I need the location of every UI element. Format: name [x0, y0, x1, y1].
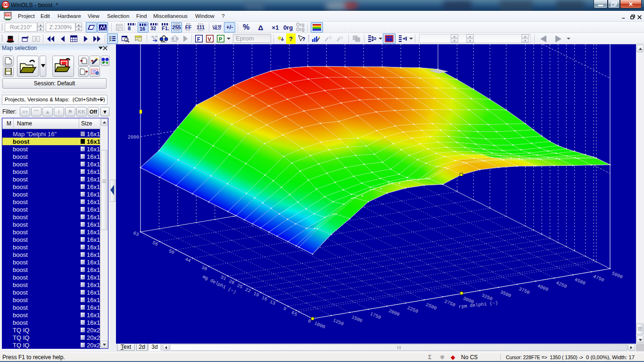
svg-text:1250: 1250 — [332, 318, 344, 327]
svg-text:?: ? — [302, 36, 305, 42]
svg-text:50: 50 — [168, 248, 175, 255]
svg-text:5000: 5000 — [611, 271, 623, 280]
svg-text:28: 28 — [228, 279, 235, 286]
svg-text:1000: 1000 — [314, 321, 326, 330]
svg-text:F: F — [197, 36, 200, 42]
svg-text:31: 31 — [220, 275, 227, 282]
svg-text:3250: 3250 — [481, 293, 493, 302]
svg-text:IOI: IOI — [6, 14, 9, 16]
svg-text:4000: 4000 — [537, 283, 549, 292]
svg-text:V: V — [208, 36, 212, 42]
svg-text:P: P — [219, 36, 222, 42]
svg-text:9: 9 — [282, 306, 287, 312]
svg-text:16: 16 — [261, 295, 268, 302]
svg-text:3750: 3750 — [518, 287, 530, 296]
svg-text:4500: 4500 — [574, 277, 586, 286]
svg-text:3500: 3500 — [499, 289, 512, 298]
svg-text:1750: 1750 — [369, 312, 381, 321]
svg-text:P: P — [103, 60, 106, 65]
svg-text:rpm delphi (~): rpm delphi (~) — [458, 300, 498, 310]
svg-text:2250: 2250 — [406, 305, 419, 314]
svg-text:2000: 2000 — [388, 308, 400, 317]
svg-text:63: 63 — [132, 230, 140, 238]
svg-text:38: 38 — [201, 265, 208, 272]
svg-text:2000: 2000 — [128, 135, 139, 140]
svg-text:2750: 2750 — [444, 299, 456, 308]
svg-text:1500: 1500 — [351, 314, 363, 323]
svg-text:2500: 2500 — [425, 302, 437, 311]
svg-text:56: 56 — [151, 240, 158, 247]
svg-text:13: 13 — [269, 299, 276, 306]
svg-text:22: 22 — [244, 287, 251, 294]
svg-text:19: 19 — [253, 291, 260, 298]
svg-text:4750: 4750 — [592, 274, 604, 283]
svg-text:25: 25 — [236, 283, 243, 290]
svg-text:44: 44 — [184, 257, 191, 264]
svg-text:4250: 4250 — [555, 280, 568, 289]
